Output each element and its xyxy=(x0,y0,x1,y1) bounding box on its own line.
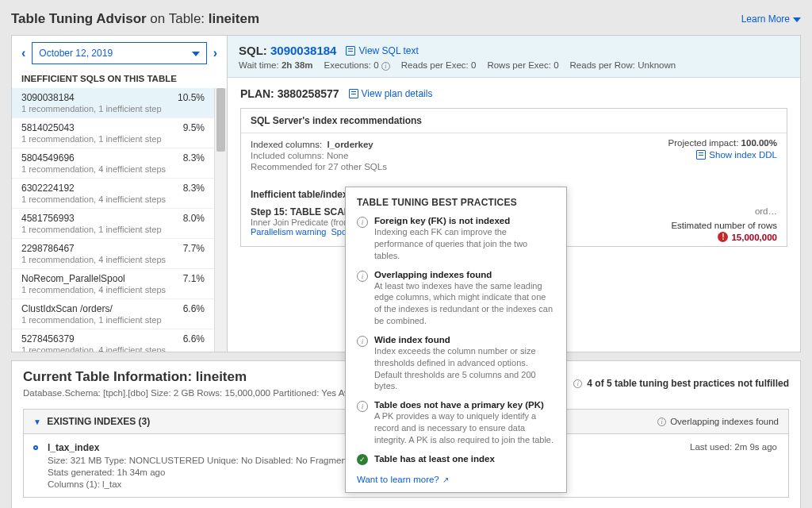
chevron-down-icon xyxy=(793,13,801,25)
document-icon xyxy=(696,150,706,160)
sidebar-scrollbar[interactable] xyxy=(214,88,227,352)
sql-id: ClustIdxScan /orders/ xyxy=(21,303,113,314)
sql-id: 4581756993 xyxy=(21,213,75,224)
title-mid: on Table: xyxy=(147,11,209,26)
sql-id: 5804549696 xyxy=(21,152,75,164)
truncated-cols: ord… xyxy=(671,206,777,216)
bp-item-wide: i Wide index foundIndex exceeds the colu… xyxy=(357,335,555,392)
sql-id: 5814025043 xyxy=(21,122,75,133)
sidebar-heading: INEFFICIENT SQLS ON THIS TABLE xyxy=(12,74,227,88)
sql-list-item[interactable]: 58045496968.3% 1 recommendation, 4 ineff… xyxy=(12,148,214,179)
info-icon: i xyxy=(657,418,666,426)
reads-per-exec: Reads per Exec: 0 xyxy=(401,60,477,71)
sql-sub: 1 recommendation, 4 inefficient steps xyxy=(21,194,205,204)
sql-sub: 1 recommendation, 4 inefficient steps xyxy=(21,164,205,174)
sql-sub: 1 recommendation, 4 inefficient steps xyxy=(21,255,205,264)
sql-id: 3090038184 xyxy=(21,92,75,103)
overlap-indexes-msg[interactable]: i Overlapping indexes found xyxy=(657,417,779,426)
sql-pct: 6.6% xyxy=(183,303,205,314)
sql-header: SQL: 3090038184 xyxy=(239,44,336,57)
alert-icon: ! xyxy=(718,232,728,242)
page-title: Table Tuning Advisor on Table: lineitem xyxy=(11,11,259,27)
sql-pct: 8.0% xyxy=(183,213,205,224)
title-prefix: Table Tuning Advisor xyxy=(11,11,147,26)
sql-list-item[interactable]: 22987864677.7% 1 recommendation, 4 ineff… xyxy=(12,239,214,269)
est-rows-value: ! 15,000,000 xyxy=(718,232,777,242)
info-icon: i xyxy=(357,401,368,412)
sql-sub: 1 recommendation, 4 inefficient steps xyxy=(21,285,205,294)
bp-item-fk: i Foreign key (FK) is not indexedIndexin… xyxy=(357,216,555,262)
est-rows-label: Estimated number of rows xyxy=(671,221,777,230)
index-last-used: Last used: 2m 9s ago xyxy=(690,442,777,452)
sql-list-item[interactable]: 63022241928.3% 1 recommendation, 4 ineff… xyxy=(12,179,214,209)
sql-sidebar: ‹ October 12, 2019 › INEFFICIENT SQLS ON… xyxy=(12,36,228,352)
sql-summary-bar: SQL: 3090038184 View SQL text Wait time:… xyxy=(228,36,800,78)
want-to-learn-more-link[interactable]: Want to learn more? xyxy=(357,475,449,484)
sql-id: 6302224192 xyxy=(21,183,75,194)
sql-list-item[interactable]: 309003818410.5% 1 recommendation, 1 inef… xyxy=(12,88,214,118)
bp-summary[interactable]: i 4 of 5 table tuning best practices not… xyxy=(573,378,789,389)
bp-item-pk: i Table does not have a primary key (PK)… xyxy=(357,400,555,446)
popover-title: TABLE TUNING BEST PRACTICES xyxy=(357,197,555,208)
sql-id: NoRecom_ParallelSpool xyxy=(21,273,125,284)
document-icon xyxy=(346,46,355,56)
section-title-index-rec: SQL Server's index recommendations xyxy=(241,109,787,133)
bp-item-overlap: i Overlapping indexes foundAt least two … xyxy=(357,270,555,327)
sql-sub: 1 recommendation, 1 inefficient step xyxy=(21,134,205,144)
parallelism-warning-link[interactable]: Parallelism warning xyxy=(251,227,326,237)
learn-more-link[interactable]: Learn More xyxy=(741,13,801,25)
sql-prefix: SQL: xyxy=(239,44,270,57)
projected-impact: Projected impact: 100.00% xyxy=(668,138,777,148)
sql-list-item[interactable]: NoRecom_ParallelSpool7.1% 1 recommendati… xyxy=(12,269,214,299)
sql-sub: 1 recommendation, 1 inefficient step xyxy=(21,104,205,114)
plan-label: PLAN: 3880258577 xyxy=(240,87,339,100)
best-practices-popover: TABLE TUNING BEST PRACTICES i Foreign ke… xyxy=(345,187,567,493)
learn-more-label: Learn More xyxy=(741,13,790,25)
caret-down-icon: ▼ xyxy=(33,418,41,426)
sql-list-item[interactable]: 45817569938.0% 1 recommendation, 1 ineff… xyxy=(12,209,214,239)
wait-time: Wait time: 2h 38m xyxy=(239,60,313,71)
date-prev-button[interactable]: ‹ xyxy=(20,46,27,60)
bp-item-ok: ✓ Table has at least one index xyxy=(357,454,555,465)
sql-pct: 8.3% xyxy=(183,152,205,164)
info-icon[interactable]: i xyxy=(381,62,390,71)
view-sql-label: View SQL text xyxy=(358,45,418,56)
title-table: lineitem xyxy=(209,11,259,26)
rows-per-exec: Rows per Exec: 0 xyxy=(487,60,558,71)
sql-list-item[interactable]: 58140250439.5% 1 recommendation, 1 ineff… xyxy=(12,118,214,148)
view-plan-label: View plan details xyxy=(362,88,433,99)
sql-pct: 10.5% xyxy=(178,92,205,103)
scrollbar-thumb[interactable] xyxy=(216,88,225,152)
info-icon: i xyxy=(357,217,368,228)
existing-indexes-toggle[interactable]: ▼ EXISTING INDEXES (3) xyxy=(33,416,150,427)
recommended-for-others: Recommended for 27 other SQLs xyxy=(251,162,777,171)
sql-sub: 1 recommendation, 4 inefficient steps xyxy=(21,345,205,352)
date-value: October 12, 2019 xyxy=(39,48,113,59)
info-icon: i xyxy=(573,379,582,388)
date-next-button[interactable]: › xyxy=(212,46,219,60)
chevron-down-icon xyxy=(192,48,200,59)
sql-pct: 9.5% xyxy=(183,122,205,133)
sql-id: 2298786467 xyxy=(21,243,75,254)
sql-pct: 6.6% xyxy=(183,333,205,344)
info-icon: i xyxy=(357,271,368,282)
sql-list-item[interactable]: 52784563796.6% 1 recommendation, 4 ineff… xyxy=(12,329,214,352)
show-index-ddl-link[interactable]: Show index DDL xyxy=(696,150,777,160)
reads-per-row: Reads per Row: Unknown xyxy=(570,60,676,71)
bullet-icon xyxy=(33,445,38,450)
view-sql-text-link[interactable]: View SQL text xyxy=(346,45,418,56)
sql-id-value: 3090038184 xyxy=(270,44,336,57)
sql-pct: 8.3% xyxy=(183,183,205,194)
view-plan-details-link[interactable]: View plan details xyxy=(349,88,433,99)
external-link-icon xyxy=(442,475,449,484)
sql-pct: 7.1% xyxy=(183,273,205,284)
sql-list-item[interactable]: ClustIdxScan /orders/6.6% 1 recommendati… xyxy=(12,299,214,329)
sql-sub: 1 recommendation, 1 inefficient step xyxy=(21,225,205,234)
sql-sub: 1 recommendation, 1 inefficient step xyxy=(21,315,205,325)
sql-pct: 7.7% xyxy=(183,243,205,254)
sql-id: 5278456379 xyxy=(21,333,75,344)
inefficient-sql-list: 309003818410.5% 1 recommendation, 1 inef… xyxy=(12,88,214,352)
date-selector[interactable]: October 12, 2019 xyxy=(32,42,206,64)
info-icon: i xyxy=(357,336,368,347)
plan-icon xyxy=(349,89,358,98)
